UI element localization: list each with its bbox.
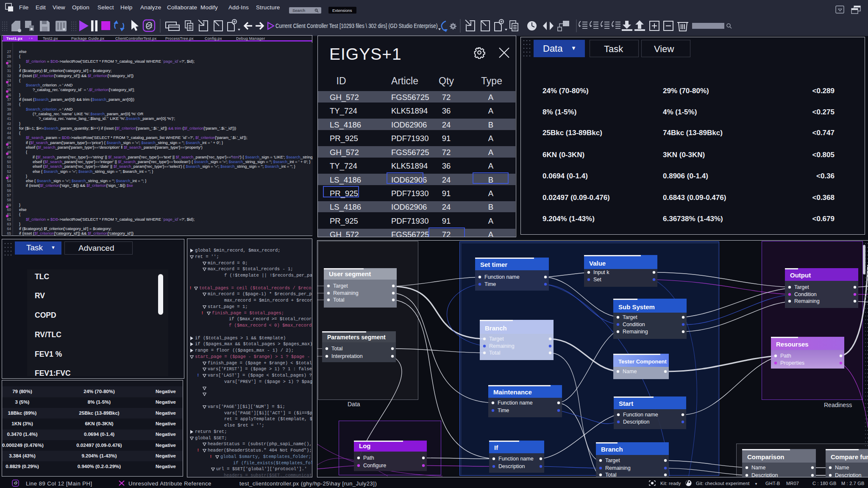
svg-text:Current Client Controller Test: Current Client Controller Test [10293 fi… [275, 22, 437, 29]
